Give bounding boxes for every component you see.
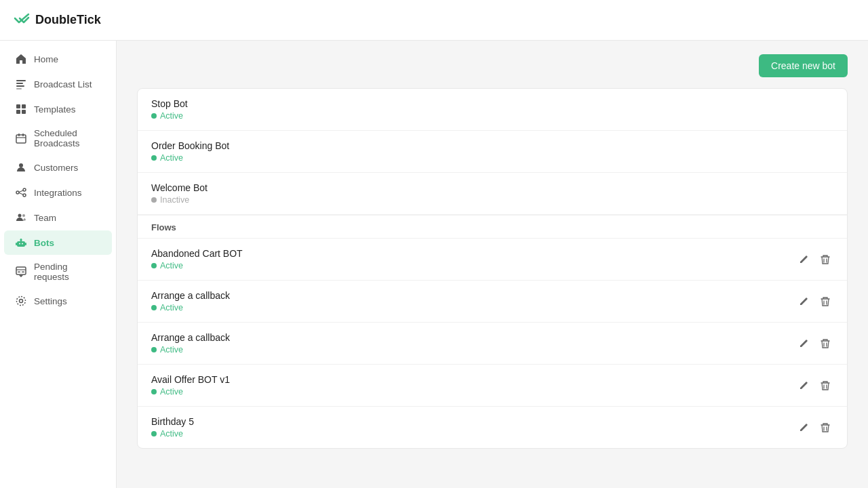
main-content: Create new bot Stop Bot Active Order Boo… [117, 41, 868, 488]
bot-name: Order Booking Bot [151, 140, 229, 151]
status-dot-active [151, 389, 157, 394]
flow-status: Active [151, 261, 243, 270]
sidebar-item-templates[interactable]: Templates [4, 97, 112, 121]
sidebar-item-bots-label: Bots [34, 238, 54, 248]
status-dot-active [151, 155, 157, 161]
bot-status: Inactive [151, 195, 208, 205]
delete-flow-button[interactable] [817, 336, 833, 352]
sidebar-item-broadcast-list[interactable]: Broadcast List [4, 72, 112, 96]
scheduled-broadcasts-icon [15, 132, 27, 144]
logo-text: DoubleTick [35, 13, 101, 27]
svg-rect-21 [19, 243, 20, 245]
flow-actions [795, 378, 833, 394]
sidebar-item-home-label: Home [34, 54, 58, 64]
logo-icon [14, 12, 30, 29]
bot-row-stop-bot: Stop Bot Active [138, 89, 847, 131]
bot-info: Welcome Bot Inactive [151, 182, 208, 205]
status-text: Active [160, 387, 183, 396]
templates-icon [15, 103, 27, 115]
status-dot-active [151, 347, 157, 352]
flow-row-birthday: Birthday 5 Active [138, 407, 847, 448]
status-text: Active [160, 345, 183, 354]
sidebar-item-settings-label: Settings [34, 296, 67, 306]
flow-actions [795, 293, 833, 310]
flow-info: Arrange a callback Active [151, 290, 230, 312]
sidebar-item-home[interactable]: Home [4, 47, 112, 71]
topbar: Create new bot [137, 54, 848, 77]
svg-rect-26 [25, 243, 26, 245]
flow-status: Active [151, 429, 194, 439]
flow-info: Birthday 5 Active [151, 416, 194, 439]
svg-rect-20 [17, 241, 25, 247]
flow-name: Birthday 5 [151, 416, 194, 427]
delete-flow-button[interactable] [817, 420, 833, 436]
svg-rect-0 [16, 80, 26, 81]
create-new-bot-button[interactable]: Create new bot [759, 54, 848, 77]
flow-actions [795, 336, 833, 352]
flow-name: Arrange a callback [151, 332, 230, 343]
svg-line-17 [19, 193, 23, 195]
flow-info: Abandoned Cart BOT Active [151, 248, 243, 270]
sidebar-item-pending-requests[interactable]: Pending requests [4, 256, 112, 288]
bots-icon [15, 237, 27, 249]
edit-flow-button[interactable] [795, 336, 812, 352]
status-text: Active [160, 429, 183, 439]
edit-flow-button[interactable] [795, 420, 812, 436]
svg-point-15 [23, 194, 26, 197]
app-layout: Home Broadcast List [0, 41, 868, 488]
flow-info: Avail Offer BOT v1 Active [151, 374, 230, 396]
svg-rect-4 [16, 104, 20, 108]
bot-name: Stop Bot [151, 98, 188, 109]
sidebar-item-customers[interactable]: Customers [4, 155, 112, 180]
flow-actions [795, 251, 833, 268]
svg-point-13 [16, 191, 19, 194]
edit-flow-button[interactable] [795, 251, 812, 268]
sidebar-item-pending-requests-label: Pending requests [34, 262, 101, 282]
delete-flow-button[interactable] [817, 251, 833, 268]
svg-line-16 [19, 190, 23, 192]
sidebar-item-customers-label: Customers [34, 163, 78, 173]
bot-info: Stop Bot Active [151, 98, 188, 121]
flow-row-abandoned-cart: Abandoned Cart BOT Active [138, 239, 847, 281]
status-dot-active [151, 263, 157, 268]
sidebar-item-bots[interactable]: Bots [4, 230, 112, 255]
sidebar: Home Broadcast List [0, 41, 117, 488]
customers-icon [15, 161, 27, 174]
svg-point-18 [18, 214, 22, 218]
svg-rect-1 [16, 83, 23, 84]
bot-name: Welcome Bot [151, 182, 208, 193]
sidebar-item-templates-label: Templates [34, 104, 76, 115]
flow-row-arrange-callback-1: Arrange a callback Active [138, 281, 847, 323]
delete-flow-button[interactable] [817, 293, 833, 310]
sidebar-item-integrations[interactable]: Integrations [4, 180, 112, 205]
flow-name: Arrange a callback [151, 290, 230, 301]
home-icon [15, 53, 27, 65]
flow-status: Active [151, 387, 230, 396]
status-text: Active [160, 111, 183, 121]
header: DoubleTick [0, 0, 868, 41]
svg-rect-3 [16, 88, 22, 89]
sidebar-item-scheduled-broadcasts[interactable]: Scheduled Broadcasts [4, 122, 112, 155]
flow-actions [795, 420, 833, 436]
flow-row-arrange-callback-2: Arrange a callback Active [138, 323, 847, 365]
svg-point-12 [19, 163, 23, 167]
flow-status: Active [151, 303, 230, 312]
edit-flow-button[interactable] [795, 378, 812, 394]
svg-point-31 [20, 300, 23, 303]
sidebar-item-settings[interactable]: Settings [4, 289, 112, 313]
sidebar-item-scheduled-broadcasts-label: Scheduled Broadcasts [34, 128, 101, 148]
flows-section-heading: Flows [138, 215, 847, 239]
svg-rect-22 [22, 243, 23, 245]
sidebar-item-integrations-label: Integrations [34, 188, 82, 198]
status-text: Active [160, 261, 183, 270]
delete-flow-button[interactable] [817, 378, 833, 394]
svg-rect-9 [18, 134, 20, 136]
edit-flow-button[interactable] [795, 293, 812, 310]
svg-rect-27 [16, 267, 26, 274]
sidebar-item-team[interactable]: Team [4, 205, 112, 230]
logo-area: DoubleTick [14, 12, 101, 29]
bot-status: Active [151, 153, 229, 163]
status-dot-inactive [151, 197, 157, 203]
status-dot-active [151, 305, 157, 310]
bots-card: Stop Bot Active Order Booking Bot Active [137, 88, 848, 449]
